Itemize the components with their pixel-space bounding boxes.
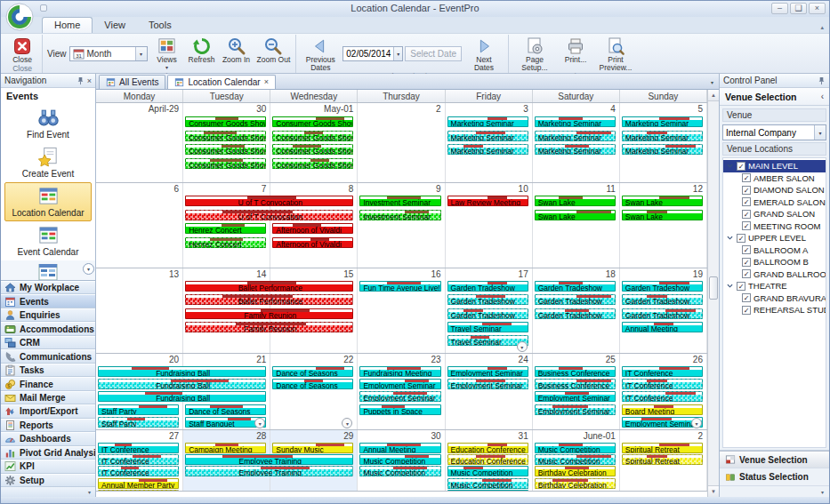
calendar-event[interactable]: Marketing Seminar xyxy=(535,116,616,127)
close-panel-icon[interactable]: × xyxy=(87,76,92,85)
nav-item-import-export[interactable]: Import/Export xyxy=(1,404,95,418)
tree-node-diamond-salon[interactable]: ✓DIAMOND SALON xyxy=(723,184,826,196)
calendar-event[interactable]: Marketing Seminar xyxy=(622,116,703,127)
checkbox[interactable]: ✓ xyxy=(742,186,751,195)
calendar-event[interactable]: Afternoon of Vivaldi xyxy=(272,223,353,234)
calendar-event[interactable]: Consumer Goods Show xyxy=(272,158,353,169)
calendar-event[interactable]: Staff Party xyxy=(98,404,179,415)
calendar-event[interactable]: Consumer Goods Show xyxy=(272,116,353,127)
calendar-event[interactable]: Employment Seminar xyxy=(535,391,616,402)
pin-icon[interactable] xyxy=(77,76,85,85)
minimize-button[interactable]: – xyxy=(771,3,788,14)
nav-item-kpi[interactable]: KPI xyxy=(1,460,95,473)
calendar-event[interactable]: Music Competition xyxy=(359,466,440,476)
calendar-event[interactable]: Ballet Performance xyxy=(185,294,353,305)
calendar-event[interactable]: Birthday Celebration xyxy=(535,478,616,489)
venue-combobox[interactable]: Internal Company ▾ xyxy=(722,124,826,140)
calendar-event[interactable]: Marketing Seminar xyxy=(447,144,528,155)
calendar-cell[interactable]: 2 xyxy=(358,103,445,182)
date-picker-field[interactable]: 02/05/2014 ▾ xyxy=(342,46,403,61)
calendar-event[interactable]: Staff Party xyxy=(98,417,179,428)
calendar-event[interactable]: Marketing Seminar xyxy=(447,131,528,141)
print-preview-button[interactable]: Print Preview... xyxy=(593,35,638,72)
tree-node-main-level[interactable]: ✓MAIN LEVEL xyxy=(723,160,826,172)
calendar-cell[interactable]: 5 xyxy=(620,103,707,182)
scrollbar-thumb[interactable] xyxy=(709,276,718,300)
calendar-cell[interactable]: 6 xyxy=(96,183,183,268)
calendar-event[interactable]: Campaign Meeting xyxy=(185,443,266,453)
calendar-event[interactable]: Puppets in Space xyxy=(359,404,440,415)
tree-node-emerald-salon[interactable]: ✓EMERALD SALON xyxy=(723,196,826,209)
close-window-button[interactable]: × xyxy=(809,3,826,14)
tree-expander-icon[interactable] xyxy=(727,284,734,288)
checkbox[interactable]: ✓ xyxy=(742,245,751,254)
page-setup-button[interactable]: Page Setup... xyxy=(512,35,558,72)
calendar-event[interactable]: Fundraising Ball xyxy=(98,366,266,377)
calendar-event[interactable]: Consumer Goods Show xyxy=(185,144,266,155)
calendar-event[interactable]: Business Conference xyxy=(535,379,616,389)
calendar-event[interactable]: Investment Seminar xyxy=(359,196,440,206)
collapse-section-icon[interactable]: ‹ xyxy=(821,92,824,101)
chevron-down-icon[interactable]: ▾ xyxy=(88,489,91,495)
calendar-event[interactable]: Henrez Concert xyxy=(185,237,266,248)
checkbox[interactable]: ✓ xyxy=(737,282,745,291)
calendar-event[interactable]: Marketing Seminar xyxy=(535,144,616,155)
calendar-event[interactable]: IT Conference xyxy=(98,466,179,476)
calendar-event[interactable]: Fundraising Meeting xyxy=(359,366,440,377)
nav-item-dashboards[interactable]: Dashboards xyxy=(1,432,95,445)
chevron-down-icon[interactable]: ▾ xyxy=(135,47,147,60)
tree-node-ballroom-b[interactable]: ✓BALLROOM B xyxy=(723,256,826,268)
venue-selection-section-header[interactable]: Venue Selection ‹ xyxy=(720,88,829,106)
tab-list-dropdown-icon[interactable]: ▾ xyxy=(708,79,716,89)
checkbox[interactable]: ✓ xyxy=(742,197,751,206)
calendar-event[interactable]: Ballet Performance xyxy=(185,281,353,292)
calendar-event[interactable]: Environmental Info Night xyxy=(447,490,528,492)
calendar-event[interactable]: Employment Seminar xyxy=(359,379,440,389)
calendar-event[interactable]: Dance of Seasons xyxy=(272,366,353,377)
pin-icon[interactable] xyxy=(818,76,826,85)
calendar-cell[interactable]: 24 xyxy=(446,354,533,429)
checkbox[interactable]: ✓ xyxy=(742,293,751,302)
tree-node-grand-salon[interactable]: ✓GRAND SALON xyxy=(723,208,826,220)
chevron-down-icon[interactable]: ▾ xyxy=(393,47,402,60)
chevron-down-icon[interactable]: ▾ xyxy=(821,489,824,495)
calendar-event[interactable]: Business Conference xyxy=(535,366,616,377)
tree-node-amber-salon[interactable]: ✓AMBER SALON xyxy=(723,172,826,185)
checkbox[interactable]: ✓ xyxy=(742,173,751,182)
views-button[interactable]: Views ▾ xyxy=(150,35,184,72)
calendar-event[interactable]: Garden Tradeshow xyxy=(622,294,703,305)
checkbox[interactable]: ✓ xyxy=(742,221,751,230)
calendar-event[interactable]: Education Conference xyxy=(447,454,528,465)
calendar-event[interactable]: Employee Training xyxy=(185,454,353,465)
calendar-event[interactable]: Travel Seminar xyxy=(447,335,528,346)
calendar-event[interactable]: Swan Lake xyxy=(622,196,703,206)
calendar-event[interactable]: Music Competition xyxy=(535,443,616,453)
checkbox[interactable]: ✓ xyxy=(737,162,745,171)
calendar-event[interactable]: Consumer Goods Show xyxy=(185,158,266,169)
calendar-event[interactable]: Henrez Concert xyxy=(185,223,266,234)
tree-node-grand-bravura-theatre[interactable]: ✓GRAND BRAVURA THEATRE xyxy=(723,292,826,305)
maximize-button[interactable]: ❑ xyxy=(790,3,807,14)
calendar-event[interactable]: Consumer Goods Show xyxy=(185,131,266,141)
calendar-event[interactable]: IT Conference xyxy=(622,379,703,389)
tree-expander-icon[interactable] xyxy=(727,164,734,168)
refresh-button[interactable]: Refresh xyxy=(185,35,219,72)
calendar-vertical-scrollbar[interactable]: ▲ ▼ xyxy=(707,90,719,497)
tab-location-calendar[interactable]: Location Calendar× xyxy=(167,75,275,89)
calendar-cell[interactable]: 13 xyxy=(96,268,183,353)
calendar-event[interactable]: Employment Seminar xyxy=(535,404,616,415)
calendar-event[interactable]: Music Competition xyxy=(447,478,528,489)
calendar-event[interactable]: Birthday Celebration xyxy=(535,466,616,476)
calendar-event[interactable]: Investment Seminar xyxy=(359,210,440,220)
ribbon-collapse-icon[interactable]: ▴ xyxy=(820,24,824,31)
calendar-event[interactable]: Spiritual Retreat xyxy=(622,454,703,465)
previous-dates-button[interactable]: Previous Dates xyxy=(299,35,342,72)
calendar-cell[interactable]: 30 xyxy=(183,103,270,182)
panel-button-status-selection[interactable]: Status Selection xyxy=(720,468,829,486)
calendar-event[interactable]: Swan Lake xyxy=(622,210,703,220)
zoom-out-button[interactable]: Zoom Out xyxy=(254,35,294,72)
checkbox[interactable]: ✓ xyxy=(742,269,751,278)
tab-all-events[interactable]: All Events xyxy=(99,75,165,89)
calendar-event[interactable]: Employee Training xyxy=(185,466,353,476)
calendar-event[interactable]: Consumer Goods Show xyxy=(272,131,353,141)
